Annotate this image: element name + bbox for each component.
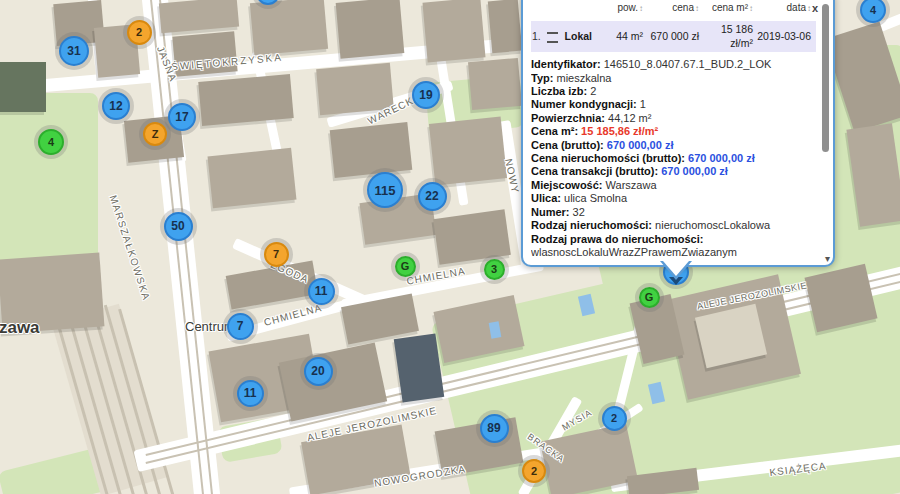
cluster-marker-12[interactable]: 12 bbox=[102, 92, 130, 120]
cluster-marker-115[interactable]: 115 bbox=[367, 172, 403, 208]
detail-row: Powierzchnia: 44,12 m² bbox=[531, 112, 816, 125]
detail-row: Miejscowość: Warszawa bbox=[531, 179, 816, 192]
building bbox=[208, 148, 297, 208]
popup-arrow-fill bbox=[663, 261, 689, 276]
cluster-marker-50[interactable]: 50 bbox=[164, 212, 193, 241]
building bbox=[198, 74, 293, 126]
detail-row: Cena m²: 15 185,86 zł/m² bbox=[531, 125, 816, 138]
header-cena-label: cena bbox=[672, 2, 694, 13]
detail-row: Numer kondygnacji: 1 bbox=[531, 98, 816, 111]
park-area bbox=[0, 93, 98, 263]
detail-row: Typ: mieszkalna bbox=[531, 72, 816, 85]
street-label: MARSZAŁKOWSKA bbox=[108, 194, 153, 303]
result-row[interactable]: 1. Lokal 44 m² 670 000 zł 15 186 zł/m² 2… bbox=[531, 21, 816, 52]
row-index: 1. bbox=[532, 30, 541, 42]
cluster-marker-3[interactable]: 3 bbox=[484, 259, 505, 280]
detail-row: Rodzaj nieruchomości: nieruchomoscLokalo… bbox=[531, 219, 816, 232]
cluster-marker-20[interactable]: 20 bbox=[304, 357, 333, 386]
cluster-marker-2[interactable]: 2 bbox=[127, 20, 152, 45]
cluster-marker-2[interactable]: 2 bbox=[522, 459, 546, 483]
row-cena-m2: 15 186 zł/m² bbox=[699, 23, 753, 50]
sort-header-pow[interactable]: pow.↕ bbox=[601, 1, 643, 15]
cluster-marker-2[interactable]: 2 bbox=[602, 406, 627, 431]
cluster-marker-G[interactable]: G bbox=[395, 256, 416, 277]
row-type-label: Lokal bbox=[565, 30, 592, 42]
detail-row: Cena transakcji (brutto): 670 000,00 zł bbox=[531, 165, 816, 178]
scroll-down-icon[interactable]: ▾ bbox=[825, 254, 830, 264]
sort-icon: ↕ bbox=[807, 4, 811, 13]
detail-row: Cena (brutto): 670 000,00 zł bbox=[531, 139, 816, 152]
cluster-marker-19[interactable]: 19 bbox=[412, 81, 440, 109]
building bbox=[468, 58, 522, 110]
cluster-marker-89[interactable]: 89 bbox=[480, 414, 509, 443]
cluster-marker-4[interactable]: 4 bbox=[38, 129, 64, 155]
building bbox=[422, 0, 485, 62]
building bbox=[330, 122, 413, 178]
building bbox=[429, 116, 507, 185]
building bbox=[488, 0, 522, 53]
detail-row: Ulica: ulica Smolna bbox=[531, 192, 816, 205]
property-popup: pow.↕ cena↕ cena m²↕ data↕ 1. Lokal 44 m… bbox=[521, 0, 835, 267]
map-stage: ŚWIĘTOKRZYSKAJASNAWARECKAMARSZAŁKOWSKAZG… bbox=[0, 0, 900, 494]
sort-header-cena-m2[interactable]: cena m²↕ bbox=[699, 1, 753, 15]
building bbox=[433, 209, 511, 265]
building bbox=[159, 0, 239, 33]
building bbox=[394, 333, 444, 402]
cluster-marker-17[interactable]: 17 bbox=[168, 103, 196, 131]
cluster-marker-7[interactable]: 7 bbox=[264, 242, 289, 267]
cluster-marker-7[interactable]: 7 bbox=[227, 313, 254, 340]
cluster-marker-11[interactable]: 11 bbox=[237, 380, 264, 407]
property-details: Identyfikator: 146510_8.0407.67.1_BUD.2_… bbox=[531, 58, 816, 261]
cluster-marker-11[interactable]: 11 bbox=[308, 278, 335, 305]
lokal-type-icon bbox=[547, 32, 558, 43]
cluster-marker-Z[interactable]: Z bbox=[143, 122, 167, 146]
detail-row: Numer: 32 bbox=[531, 206, 816, 219]
row-data: 2019-03-06 bbox=[753, 30, 811, 43]
building bbox=[336, 0, 405, 59]
header-data-label: data bbox=[787, 2, 806, 13]
header-cena-m2-label: cena m² bbox=[712, 2, 748, 13]
cluster-marker-22[interactable]: 22 bbox=[418, 182, 447, 211]
detail-row: Liczba izb: 2 bbox=[531, 85, 816, 98]
close-icon[interactable]: x bbox=[812, 3, 818, 13]
detail-row: Rodzaj prawa do nieruchomości: wlasnoscL… bbox=[531, 233, 816, 260]
cluster-marker-G[interactable]: G bbox=[639, 287, 660, 308]
building bbox=[0, 62, 46, 112]
popup-content: pow.↕ cena↕ cena m²↕ data↕ 1. Lokal 44 m… bbox=[531, 1, 816, 261]
sort-header-data[interactable]: data↕ bbox=[753, 1, 811, 15]
row-pow: 44 m² bbox=[601, 30, 643, 43]
detail-row: Identyfikator: 146510_8.0407.67.1_BUD.2_… bbox=[531, 58, 816, 71]
results-table-header: pow.↕ cena↕ cena m²↕ data↕ bbox=[531, 1, 816, 15]
popup-scrollbar-thumb[interactable] bbox=[822, 4, 829, 152]
place-label: Warszawa bbox=[0, 318, 40, 338]
header-pow-label: pow. bbox=[617, 2, 638, 13]
sort-header-cena[interactable]: cena↕ bbox=[643, 1, 699, 15]
row-cena: 670 000 zł bbox=[643, 30, 699, 43]
detail-row: Cena nieruchomości (brutto): 670 000,00 … bbox=[531, 152, 816, 165]
cluster-marker-31[interactable]: 31 bbox=[59, 36, 89, 66]
building bbox=[250, 0, 328, 55]
